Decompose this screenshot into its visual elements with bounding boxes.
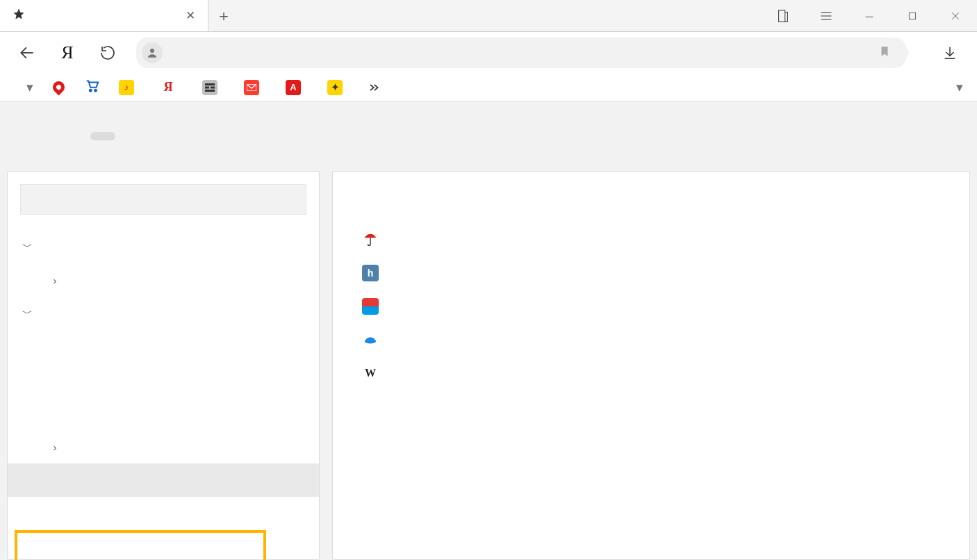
browser-tab-active[interactable]: ✕	[0, 0, 208, 31]
news-icon	[202, 80, 217, 95]
tree-imported-html[interactable]: ›	[8, 263, 319, 297]
downloads-button[interactable]	[938, 41, 962, 65]
bookmarks-bar-item-cart[interactable]	[77, 76, 106, 98]
svg-rect-6	[211, 86, 215, 88]
folders-tree: ﹀ › ﹀	[8, 230, 319, 530]
bookmark-row[interactable]: h	[362, 256, 940, 290]
search-input[interactable]	[31, 192, 296, 208]
svg-rect-5	[205, 86, 209, 88]
reload-button[interactable]	[96, 41, 120, 65]
title-bar: ✕ ＋	[0, 0, 977, 32]
bookmarks-bar: ▾ ♪ Я A ✦ ▾	[0, 74, 977, 101]
tree-pinned-tabs[interactable]	[8, 330, 319, 363]
chevron-right-icon: ›	[48, 274, 62, 286]
address-bar[interactable]	[136, 38, 899, 68]
music-icon: ♪	[119, 80, 134, 95]
bookmark-row[interactable]	[362, 290, 940, 323]
section-tab-security[interactable]	[354, 132, 379, 140]
svg-point-2	[90, 90, 92, 92]
photos-icon: ✦	[327, 80, 343, 95]
wikipedia-icon: W	[362, 365, 379, 381]
bookmarks-bar-overflow[interactable]	[362, 83, 384, 92]
bookmark-row[interactable]	[362, 223, 940, 256]
chevron-down-icon: ﹀	[20, 307, 34, 320]
highlight-annotation	[15, 530, 266, 560]
dropdown-caret-icon: ▾	[956, 79, 963, 95]
tree-device-tablet[interactable]	[8, 497, 319, 530]
site-identity-icon[interactable]	[142, 42, 163, 63]
dictionary-icon: A	[286, 80, 301, 95]
bookmarks-bar-item-mail[interactable]	[237, 79, 273, 97]
new-tab-button[interactable]: ＋	[208, 0, 239, 31]
bookmarks-list-panel: h W	[332, 171, 970, 560]
back-button[interactable]	[15, 41, 39, 65]
disk-icon	[362, 331, 379, 348]
bookmarks-bar-item-photos[interactable]: ✦	[320, 79, 356, 97]
bookmark-row[interactable]	[362, 323, 940, 356]
section-tab-bookmarks[interactable]	[90, 132, 115, 140]
nav-toolbar: Я	[0, 32, 977, 74]
cart-icon	[84, 78, 99, 97]
minimize-button[interactable]	[848, 0, 891, 31]
home-button[interactable]: Я	[56, 41, 79, 65]
section-tabs	[0, 101, 977, 171]
content-area: ﹀ › ﹀	[0, 101, 977, 560]
bookmarks-bar-item-dictionaries[interactable]: A	[279, 79, 315, 97]
chevron-down-icon: ﹀	[20, 240, 34, 254]
section-tab-settings[interactable]	[302, 132, 327, 140]
bookmark-flag-icon[interactable]	[878, 44, 891, 62]
svg-rect-7	[205, 90, 215, 92]
tree-device-smartphone[interactable]	[8, 463, 319, 497]
section-tab-passwords[interactable]	[407, 132, 432, 140]
habr-icon: h	[362, 265, 379, 281]
bookmarks-bar-item-music[interactable]: ♪	[112, 79, 148, 97]
section-tab-devices[interactable]	[460, 132, 485, 140]
bookmarks-bar-folder-imported[interactable]: ▾	[11, 78, 40, 97]
bookmarks-bar-item-weather[interactable]: Я	[154, 79, 190, 97]
chevron-right-icon: ›	[48, 441, 62, 453]
bookmark-row[interactable]: W	[362, 356, 940, 390]
section-tab-downloads[interactable]	[143, 132, 168, 140]
yandex-icon: Я	[161, 80, 176, 95]
close-tab-icon[interactable]: ✕	[186, 10, 195, 22]
svg-rect-0	[909, 13, 915, 19]
sidebar-panel: ﹀ › ﹀	[7, 171, 320, 560]
bookmarks-bar-item-pin[interactable]	[46, 80, 72, 94]
tree-other-bookmarks[interactable]: ﹀	[8, 297, 319, 330]
tree-unfiled[interactable]	[8, 363, 319, 397]
menu-icon[interactable]	[805, 0, 848, 31]
ebay-icon	[362, 298, 379, 315]
dropdown-caret-icon: ▾	[26, 79, 33, 95]
maximize-button[interactable]	[891, 0, 934, 31]
close-window-button[interactable]	[934, 0, 977, 31]
sidebar-search[interactable]	[20, 184, 306, 215]
tree-yandex[interactable]	[8, 397, 319, 430]
tree-bookmarks-bar[interactable]: ﹀	[8, 230, 319, 263]
tree-other-nested[interactable]: ›	[8, 430, 319, 463]
window-controls	[762, 0, 977, 31]
section-tab-history[interactable]	[196, 132, 221, 140]
yandex-letter-icon: Я	[61, 42, 73, 63]
svg-point-3	[95, 90, 97, 92]
svg-rect-4	[205, 83, 215, 85]
bookmarks-bar-item-news[interactable]	[195, 79, 231, 97]
bookmarks-bar-other[interactable]: ▾	[951, 79, 966, 95]
map-pin-icon	[50, 79, 67, 95]
svg-point-1	[150, 49, 154, 53]
section-tab-addons[interactable]	[249, 132, 274, 140]
star-icon	[13, 8, 25, 24]
reader-mode-icon[interactable]	[762, 0, 805, 31]
umbrella-icon	[362, 231, 379, 248]
mail-icon	[244, 80, 259, 95]
